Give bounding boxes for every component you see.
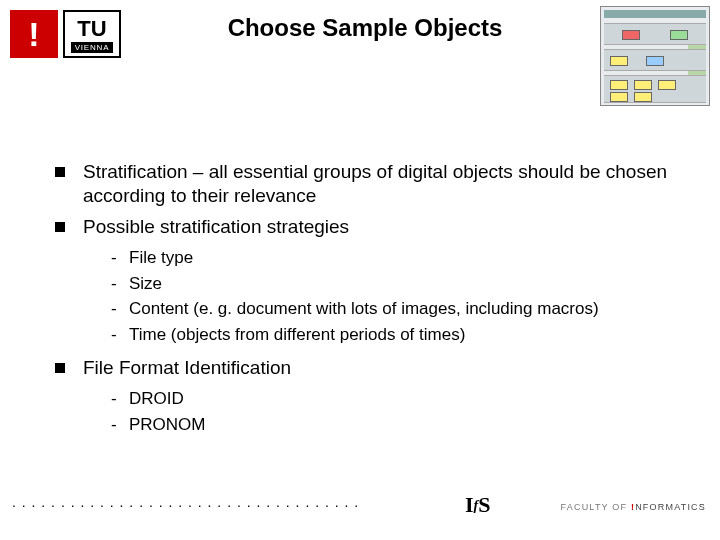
sub-text: Content (e. g. document with lots of ima… [129, 299, 599, 318]
bullet-list-level2: DROID PRONOM [111, 388, 680, 436]
bullet-strategies: Possible stratification strategies File … [55, 215, 680, 346]
footer-ifs-logo: IfS [465, 492, 490, 518]
corner-diagram-thumbnail [600, 6, 710, 106]
logo-exclamation: ! [10, 10, 58, 58]
faculty-pre: FACULTY OF [561, 502, 631, 512]
sub-text: File type [129, 248, 193, 267]
sub-bullet: DROID [111, 388, 680, 410]
ifs-i: I [465, 492, 474, 517]
logo-tu-text: TU [77, 16, 106, 40]
sub-bullet: Size [111, 273, 680, 295]
bullet-text: Possible stratification strategies [83, 216, 349, 237]
logo-vienna-text: VIENNA [71, 42, 114, 53]
sub-text: DROID [129, 389, 184, 408]
slide-title: Choose Sample Objects [150, 14, 580, 42]
footer-dots: . . . . . . . . . . . . . . . . . . . . … [12, 494, 357, 510]
ifs-s: S [478, 492, 490, 517]
sub-text: Size [129, 274, 162, 293]
bullet-file-format: File Format Identification DROID PRONOM [55, 356, 680, 436]
logo-tu-vienna: TU VIENNA [63, 10, 121, 58]
bullet-list-level1: Stratification – all essential groups of… [55, 160, 680, 436]
bullet-text: Stratification – all essential groups of… [83, 161, 667, 206]
sub-bullet: Time (objects from different periods of … [111, 324, 680, 346]
sub-bullet: Content (e. g. document with lots of ima… [111, 298, 680, 320]
sub-text: Time (objects from different periods of … [129, 325, 465, 344]
sub-bullet: File type [111, 247, 680, 269]
bullet-stratification: Stratification – all essential groups of… [55, 160, 680, 209]
footer-faculty-label: FACULTY OF !NFORMATICS [561, 502, 706, 512]
sub-text: PRONOM [129, 415, 206, 434]
faculty-word: NFORMATICS [635, 502, 706, 512]
slide-body: Stratification – all essential groups of… [55, 160, 680, 446]
exclamation-mark-icon: ! [28, 15, 39, 54]
bullet-text: File Format Identification [83, 357, 291, 378]
sub-bullet: PRONOM [111, 414, 680, 436]
bullet-list-level2: File type Size Content (e. g. document w… [111, 247, 680, 346]
slide-root: ! TU VIENNA Choose Sample Objects Strati… [0, 0, 720, 540]
